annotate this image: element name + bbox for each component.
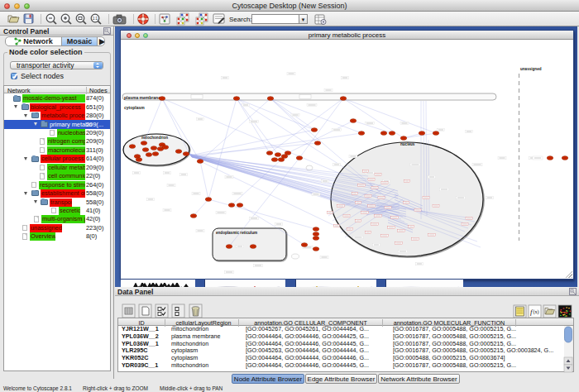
svg-text:mitochondrion: mitochondrion [141,136,168,140]
svg-text:(x): (x) [534,309,539,315]
svg-text:endoplasmic reticulum: endoplasmic reticulum [216,231,257,235]
svg-text:plasma membrane: plasma membrane [124,95,160,100]
svg-text:1:1: 1:1 [93,17,98,21]
svg-text:cytoplasm: cytoplasm [124,105,145,110]
svg-text:nucleus: nucleus [400,142,415,146]
svg-text:unassigned: unassigned [520,67,542,71]
